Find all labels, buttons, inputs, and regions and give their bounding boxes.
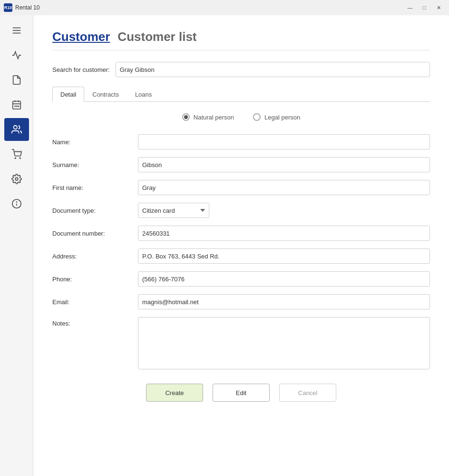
input-notes[interactable] (138, 317, 430, 369)
sidebar-item-info[interactable] (4, 192, 29, 215)
label-email: Email: (52, 298, 138, 306)
search-label: Search for customer: (52, 66, 110, 73)
form-row-surname: Surname: (52, 157, 430, 172)
main-area: Customer Customer list Search for custom… (0, 15, 449, 476)
label-docnumber: Document number: (52, 230, 138, 237)
maximize-button[interactable]: □ (418, 2, 431, 13)
svg-point-13 (15, 178, 18, 180)
radio-natural-label: Natural person (194, 114, 234, 121)
window-controls: — □ ✕ (403, 2, 445, 13)
label-address: Address: (52, 253, 138, 260)
svg-point-11 (15, 158, 16, 159)
svg-rect-3 (12, 101, 20, 109)
actions-row: Create Edit Cancel (52, 384, 430, 402)
sidebar-item-customers[interactable] (4, 118, 29, 141)
label-phone: Phone: (52, 276, 138, 283)
edit-button[interactable]: Edit (213, 384, 270, 402)
person-type-row: Natural person Legal person (52, 113, 430, 121)
app-logo: R10 (4, 3, 12, 12)
radio-natural-person[interactable]: Natural person (182, 113, 234, 121)
tab-detail[interactable]: Detail (52, 87, 84, 102)
form-row-name: Name: (52, 134, 430, 149)
form-row-email: Email: (52, 294, 430, 309)
sidebar-item-menu[interactable] (4, 19, 29, 42)
tab-loans[interactable]: Loans (127, 87, 160, 102)
form-row-firstname: First name: (52, 180, 430, 195)
svg-point-12 (20, 158, 20, 159)
label-notes: Notes: (52, 317, 138, 327)
radio-natural-circle (182, 113, 190, 121)
form-row-doctype: Document type: Citizen card Passport Dri… (52, 203, 430, 218)
input-firstname[interactable] (138, 180, 430, 195)
sidebar-item-cart[interactable] (4, 143, 29, 166)
page-title-customer[interactable]: Customer (52, 30, 110, 44)
app-title: Rental 10 (15, 4, 400, 11)
svg-rect-8 (16, 106, 18, 107)
input-surname[interactable] (138, 157, 430, 172)
svg-rect-7 (14, 106, 16, 107)
tab-contracts[interactable]: Contracts (84, 87, 127, 102)
label-firstname: First name: (52, 184, 138, 191)
form-row-docnumber: Document number: (52, 226, 430, 241)
select-doctype[interactable]: Citizen card Passport Driver license ID … (138, 203, 209, 218)
sidebar-item-settings[interactable] (4, 168, 29, 190)
page-title-list: Customer list (117, 30, 196, 44)
cancel-button[interactable]: Cancel (279, 384, 336, 402)
sidebar (0, 15, 33, 476)
title-bar: R10 Rental 10 — □ ✕ (0, 0, 449, 15)
label-surname: Surname: (52, 161, 138, 169)
input-address[interactable] (138, 248, 430, 264)
svg-rect-9 (18, 106, 19, 107)
input-phone[interactable] (138, 271, 430, 287)
sidebar-item-chart[interactable] (4, 44, 29, 67)
form-row-notes: Notes: (52, 317, 430, 369)
label-name: Name: (52, 139, 138, 146)
search-input[interactable] (116, 62, 430, 77)
tab-bar: Detail Contracts Loans (52, 87, 430, 102)
input-email[interactable] (138, 294, 430, 309)
radio-legal-label: Legal person (264, 114, 300, 121)
search-row: Search for customer: (52, 62, 430, 77)
sidebar-item-document[interactable] (4, 69, 29, 91)
app-window: R10 Rental 10 — □ ✕ (0, 0, 449, 476)
close-button[interactable]: ✕ (432, 2, 445, 13)
svg-point-10 (13, 126, 17, 129)
page-header: Customer Customer list (52, 30, 430, 50)
create-button[interactable]: Create (146, 384, 203, 402)
radio-legal-circle (253, 113, 261, 121)
minimize-button[interactable]: — (403, 2, 417, 13)
input-docnumber[interactable] (138, 226, 430, 241)
sidebar-item-calendar[interactable] (4, 93, 29, 116)
form-row-address: Address: (52, 248, 430, 264)
content-area: Customer Customer list Search for custom… (33, 15, 449, 476)
radio-legal-person[interactable]: Legal person (253, 113, 300, 121)
input-name[interactable] (138, 134, 430, 149)
label-doctype: Document type: (52, 207, 138, 214)
form-row-phone: Phone: (52, 271, 430, 287)
